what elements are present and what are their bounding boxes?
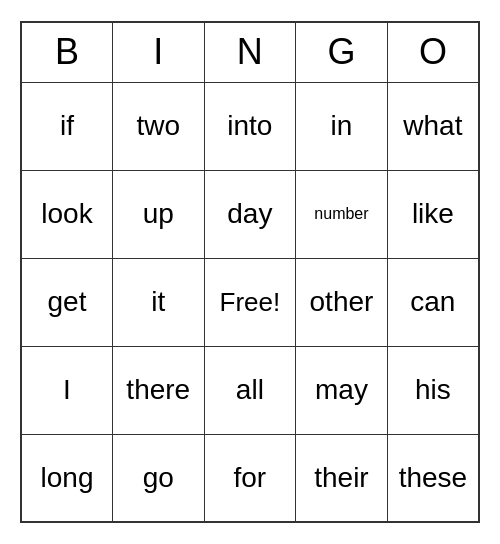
list-item: like bbox=[387, 170, 479, 258]
list-item: long bbox=[21, 434, 112, 522]
list-item: get bbox=[21, 258, 112, 346]
bingo-card: B I N G O iftwointoinwhatlookupdaynumber… bbox=[20, 21, 480, 523]
list-item: look bbox=[21, 170, 112, 258]
list-item: I bbox=[21, 346, 112, 434]
table-row: getitFree!othercan bbox=[21, 258, 479, 346]
list-item: number bbox=[296, 170, 388, 258]
list-item: these bbox=[387, 434, 479, 522]
header-b: B bbox=[21, 22, 112, 82]
table-row: longgofortheirthese bbox=[21, 434, 479, 522]
list-item: what bbox=[387, 82, 479, 170]
list-item: two bbox=[112, 82, 204, 170]
list-item: it bbox=[112, 258, 204, 346]
header-g: G bbox=[296, 22, 388, 82]
list-item: if bbox=[21, 82, 112, 170]
header-n: N bbox=[204, 22, 296, 82]
header-row: B I N G O bbox=[21, 22, 479, 82]
list-item: up bbox=[112, 170, 204, 258]
list-item: Free! bbox=[204, 258, 296, 346]
list-item: day bbox=[204, 170, 296, 258]
list-item: in bbox=[296, 82, 388, 170]
header-i: I bbox=[112, 22, 204, 82]
table-row: iftwointoinwhat bbox=[21, 82, 479, 170]
list-item: their bbox=[296, 434, 388, 522]
list-item: into bbox=[204, 82, 296, 170]
list-item: may bbox=[296, 346, 388, 434]
table-row: Ithereallmayhis bbox=[21, 346, 479, 434]
list-item: go bbox=[112, 434, 204, 522]
list-item: there bbox=[112, 346, 204, 434]
table-row: lookupdaynumberlike bbox=[21, 170, 479, 258]
list-item: all bbox=[204, 346, 296, 434]
list-item: for bbox=[204, 434, 296, 522]
header-o: O bbox=[387, 22, 479, 82]
list-item: can bbox=[387, 258, 479, 346]
list-item: other bbox=[296, 258, 388, 346]
bingo-body: iftwointoinwhatlookupdaynumberlikegetitF… bbox=[21, 82, 479, 522]
list-item: his bbox=[387, 346, 479, 434]
